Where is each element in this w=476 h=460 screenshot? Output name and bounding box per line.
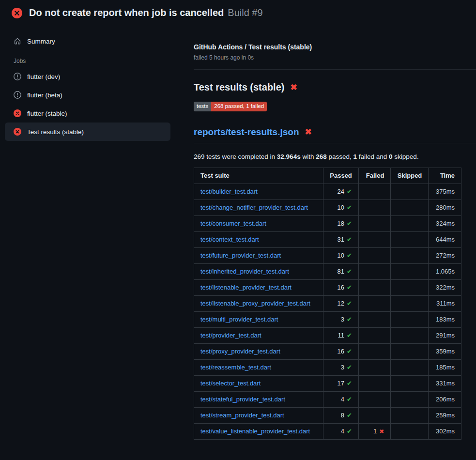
col-header-failed: Failed <box>358 168 391 184</box>
test-suite-link[interactable]: test/consumer_test.dart <box>200 220 266 227</box>
job-label: flutter (beta) <box>27 92 62 99</box>
check-icon: ✔ <box>347 380 352 387</box>
page-title: Do not create report when job is cancell… <box>29 7 224 18</box>
table-row: test/change_notifier_provider_test.dart1… <box>194 199 461 215</box>
skipped-cell <box>391 327 429 343</box>
status-failed-icon <box>14 128 21 136</box>
table-header-row: Test suite Passed Failed Skipped Time <box>194 168 461 184</box>
cross-icon: ✖ <box>379 428 384 435</box>
time-cell: 185ms <box>429 359 461 375</box>
job-label: flutter (stable) <box>27 110 67 117</box>
test-suite-link[interactable]: test/change_notifier_provider_test.dart <box>200 204 308 211</box>
passed-cell: 24✔ <box>323 184 359 199</box>
test-suite-link[interactable]: test/value_listenable_provider_test.dart <box>200 428 310 435</box>
report-file-link[interactable]: reports/test-results.json <box>194 127 299 138</box>
test-suite-link[interactable]: test/multi_provider_test.dart <box>200 316 278 323</box>
time-cell: 331ms <box>429 375 461 391</box>
check-icon: ✔ <box>347 252 352 259</box>
summary-label: Summary <box>27 38 55 45</box>
job-label: flutter (dev) <box>27 73 60 80</box>
time-cell: 1.065s <box>429 263 461 279</box>
passed-cell: 10✔ <box>323 247 359 263</box>
check-icon: ✔ <box>347 316 352 323</box>
test-suite-link[interactable]: test/selector_test.dart <box>200 380 261 387</box>
skipped-cell <box>391 359 429 375</box>
suite-cell: test/builder_test.dart <box>194 184 323 199</box>
time-cell: 644ms <box>429 231 461 247</box>
check-icon: ✔ <box>347 204 352 211</box>
test-suite-link[interactable]: test/reassemble_test.dart <box>200 364 271 371</box>
skipped-count: 0 <box>389 153 393 160</box>
table-row: test/future_provider_test.dart10✔272ms <box>194 247 461 263</box>
breadcrumb: GitHub Actions / Test results (stable) <box>194 43 476 51</box>
test-suite-link[interactable]: test/inherited_provider_test.dart <box>200 268 289 275</box>
test-suite-link[interactable]: test/proxy_provider_test.dart <box>200 348 280 355</box>
test-suite-link[interactable]: test/stream_provider_test.dart <box>200 412 284 419</box>
sidebar-item-summary[interactable]: Summary <box>5 32 170 50</box>
skipped-cell <box>391 231 429 247</box>
test-suite-link[interactable]: test/context_test.dart <box>200 236 259 243</box>
run-status-line: failed 5 hours ago in 0s <box>194 54 476 61</box>
failed-cell <box>358 295 391 311</box>
time-cell: 291ms <box>429 327 461 343</box>
check-icon: ✔ <box>347 236 352 243</box>
failed-cell <box>358 311 391 327</box>
test-results-table: Test suite Passed Failed Skipped Time te… <box>194 168 461 440</box>
check-run-header: Do not create report when job is cancell… <box>0 0 476 25</box>
table-row: test/listenable_provider_test.dart16✔322… <box>194 279 461 295</box>
fail-x-icon: ✖ <box>290 83 297 92</box>
time-cell: 272ms <box>429 247 461 263</box>
suite-cell: test/change_notifier_provider_test.dart <box>194 199 323 215</box>
failed-cell <box>358 247 391 263</box>
skipped-cell <box>391 215 429 231</box>
skipped-cell <box>391 295 429 311</box>
suite-cell: test/provider_test.dart <box>194 327 323 343</box>
badge-value: 268 passed, 1 failed <box>211 102 267 111</box>
sidebar-item-job[interactable]: flutter (dev) <box>5 67 170 86</box>
sidebar-item-job[interactable]: Test results (stable) <box>5 123 170 141</box>
passed-cell: 12✔ <box>323 295 359 311</box>
failed-count: 1 <box>353 153 357 160</box>
passed-cell: 16✔ <box>323 279 359 295</box>
col-header-skipped: Skipped <box>391 168 429 184</box>
suite-cell: test/context_test.dart <box>194 231 323 247</box>
table-row: test/provider_test.dart11✔291ms <box>194 327 461 343</box>
col-header-test-suite: Test suite <box>194 168 323 184</box>
time-cell: 311ms <box>429 295 461 311</box>
table-row: test/stream_provider_test.dart8✔259ms <box>194 407 461 423</box>
passed-cell: 3✔ <box>323 311 359 327</box>
sidebar-item-job[interactable]: flutter (beta) <box>5 86 170 104</box>
test-suite-link[interactable]: test/stateful_provider_test.dart <box>200 396 285 403</box>
test-suite-link[interactable]: test/builder_test.dart <box>200 188 258 195</box>
failed-status-icon <box>12 8 22 18</box>
test-suite-link[interactable]: test/listenable_proxy_provider_test.dart <box>200 300 310 307</box>
job-label: Test results (stable) <box>27 128 84 136</box>
results-summary-line: 269 tests were completed in 32.964s with… <box>194 153 476 160</box>
table-row: test/inherited_provider_test.dart81✔1.06… <box>194 263 461 279</box>
passed-cell: 10✔ <box>323 199 359 215</box>
check-icon: ✔ <box>347 364 352 371</box>
failed-cell <box>358 343 391 359</box>
check-icon: ✔ <box>347 348 352 355</box>
failed-cell <box>358 184 391 199</box>
passed-cell: 18✔ <box>323 215 359 231</box>
table-row: test/value_listenable_provider_test.dart… <box>194 423 461 439</box>
test-suite-link[interactable]: test/listenable_provider_test.dart <box>200 284 292 291</box>
sidebar-item-job[interactable]: flutter (stable) <box>5 104 170 123</box>
time-cell: 375ms <box>429 184 461 199</box>
suite-cell: test/inherited_provider_test.dart <box>194 263 323 279</box>
skipped-cell <box>391 375 429 391</box>
jobs-section-label: Jobs <box>5 50 170 67</box>
sidebar-jobs: flutter (dev)flutter (beta)flutter (stab… <box>5 67 170 141</box>
test-suite-link[interactable]: test/provider_test.dart <box>200 332 261 339</box>
table-row: test/context_test.dart31✔644ms <box>194 231 461 247</box>
skipped-cell <box>391 263 429 279</box>
table-row: test/multi_provider_test.dart3✔183ms <box>194 311 461 327</box>
failed-cell <box>358 375 391 391</box>
suite-cell: test/stateful_provider_test.dart <box>194 391 323 407</box>
total-time: 32.964s <box>277 153 301 160</box>
test-suite-link[interactable]: test/future_provider_test.dart <box>200 252 281 259</box>
failed-cell <box>358 391 391 407</box>
skipped-cell <box>391 343 429 359</box>
table-row: test/reassemble_test.dart3✔185ms <box>194 359 461 375</box>
